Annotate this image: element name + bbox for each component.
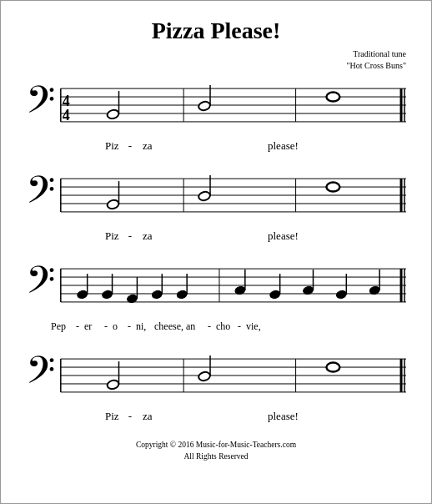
staff-svg-3: 𝄢: [26, 259, 406, 317]
lyrics-2: Piz - za please!: [26, 229, 406, 244]
lyric-an: an: [186, 320, 206, 333]
bass-clef-4: 𝄢: [26, 350, 55, 401]
copyright: Copyright © 2016 Music-for-Music-Teacher…: [26, 439, 406, 463]
lyric-pep: Pep: [51, 320, 74, 333]
bass-clef-1: 𝄢: [26, 79, 55, 130]
note-piz-4: [107, 379, 120, 390]
lyrics-4: Piz - za please!: [26, 409, 406, 424]
bass-clef-3: 𝄢: [26, 260, 55, 310]
lyric-please-4: please!: [268, 410, 334, 423]
note-please-2: [326, 183, 339, 192]
system-4: 𝄢 Piz - za please!: [26, 349, 406, 424]
lyric-piz-1: Piz: [51, 139, 118, 153]
note-please-4: [326, 363, 339, 372]
system-1: 𝄢 4 4 Piz: [26, 78, 406, 154]
lyric-per: er: [84, 320, 103, 333]
note-za-1: [198, 100, 211, 111]
note-za-2: [198, 190, 211, 201]
lyrics-1: Piz - za please!: [26, 139, 406, 154]
lyric-dash-2: -: [118, 229, 143, 243]
svg-point-41: [269, 290, 281, 300]
system-3: 𝄢: [26, 259, 406, 334]
attribution-line1: Traditional tune: [353, 49, 406, 58]
music-sheet: Pizza Please! Traditional tune "Hot Cros…: [0, 0, 432, 504]
staff-svg-2: 𝄢: [26, 169, 406, 227]
svg-point-35: [151, 290, 163, 300]
lyric-za-1: za: [143, 139, 193, 153]
attribution: Traditional tune "Hot Cross Buns": [26, 48, 406, 72]
staff-svg-4: 𝄢: [26, 349, 406, 407]
copyright-line1: Copyright © 2016 Music-for-Music-Teacher…: [136, 441, 296, 449]
time-sig-bottom-1: 4: [63, 107, 70, 123]
note-za-4: [198, 370, 211, 381]
note-piz-1: [107, 108, 120, 119]
lyric-please-1: please!: [268, 139, 334, 153]
svg-point-37: [176, 290, 188, 300]
copyright-line2: All Rights Reserved: [183, 452, 248, 461]
lyric-dash-4: -: [118, 410, 143, 423]
note-piz-2: [107, 199, 120, 209]
svg-point-45: [335, 290, 347, 300]
bass-clef-2: 𝄢: [26, 169, 55, 220]
note-please-1: [326, 93, 339, 102]
lyric-dash-1: -: [118, 139, 143, 153]
lyric-vie: vie,: [246, 320, 266, 333]
lyric-za-4: za: [143, 410, 193, 423]
lyric-piz-2: Piz: [51, 229, 118, 243]
system-2: 𝄢 Piz - za please!: [26, 169, 406, 244]
svg-point-29: [77, 290, 88, 300]
attribution-line2: "Hot Cross Buns": [346, 61, 406, 70]
lyric-cheese: cheese,: [154, 320, 184, 333]
lyric-ni: ni,: [136, 320, 153, 333]
lyric-piz-4: Piz: [51, 410, 118, 423]
svg-point-31: [102, 290, 113, 300]
page-title: Pizza Please!: [26, 18, 406, 44]
lyric-cho: cho: [216, 320, 236, 333]
staff-svg-1: 𝄢 4 4: [26, 78, 406, 137]
lyric-za-2: za: [143, 229, 193, 243]
lyric-please-2: please!: [268, 229, 334, 243]
lyrics-3: Pep - er - o - ni, cheese, an - cho - vi…: [26, 319, 406, 334]
lyric-o1: o: [113, 320, 126, 333]
